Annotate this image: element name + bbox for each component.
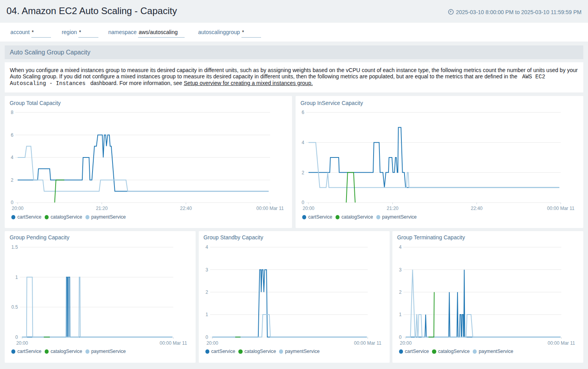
svg-text:20:00: 20:00	[12, 206, 24, 211]
svg-text:2: 2	[399, 289, 401, 295]
svg-text:4: 4	[11, 155, 14, 161]
svg-text:20:00: 20:00	[16, 340, 28, 345]
svg-text:4: 4	[205, 244, 208, 250]
svg-text:0: 0	[15, 334, 18, 340]
svg-text:00:00 Mar 11: 00:00 Mar 11	[256, 206, 284, 211]
svg-text:2: 2	[11, 177, 14, 183]
svg-text:00:00 Mar 11: 00:00 Mar 11	[354, 340, 381, 345]
svg-text:22:40: 22:40	[180, 206, 192, 211]
svg-text:1.5: 1.5	[11, 244, 18, 250]
svg-text:4: 4	[399, 244, 401, 250]
svg-text:1: 1	[205, 312, 208, 317]
svg-text:2: 2	[302, 170, 305, 175]
svg-text:0.5: 0.5	[11, 304, 18, 310]
svg-text:1: 1	[399, 312, 401, 317]
svg-text:20:00: 20:00	[400, 340, 412, 345]
svg-text:21:20: 21:20	[96, 206, 108, 211]
svg-text:2: 2	[205, 289, 208, 295]
svg-text:1: 1	[15, 274, 18, 280]
svg-text:0: 0	[302, 200, 305, 206]
svg-text:6: 6	[302, 110, 305, 116]
svg-text:3: 3	[205, 267, 208, 272]
svg-text:00:00 Mar 11: 00:00 Mar 11	[548, 340, 575, 345]
svg-text:00:00 Mar 11: 00:00 Mar 11	[160, 340, 187, 345]
svg-text:22:40: 22:40	[471, 206, 483, 211]
svg-text:0: 0	[399, 334, 401, 340]
svg-text:0: 0	[205, 334, 208, 340]
svg-text:3: 3	[399, 267, 401, 272]
svg-text:0: 0	[11, 200, 14, 206]
svg-text:00:00 Mar 11: 00:00 Mar 11	[547, 206, 575, 211]
svg-text:20:00: 20:00	[206, 340, 218, 345]
svg-text:8: 8	[11, 110, 14, 116]
svg-text:20:00: 20:00	[303, 206, 314, 211]
svg-text:4: 4	[302, 140, 305, 145]
svg-text:21:20: 21:20	[387, 206, 398, 211]
svg-text:6: 6	[11, 132, 14, 138]
